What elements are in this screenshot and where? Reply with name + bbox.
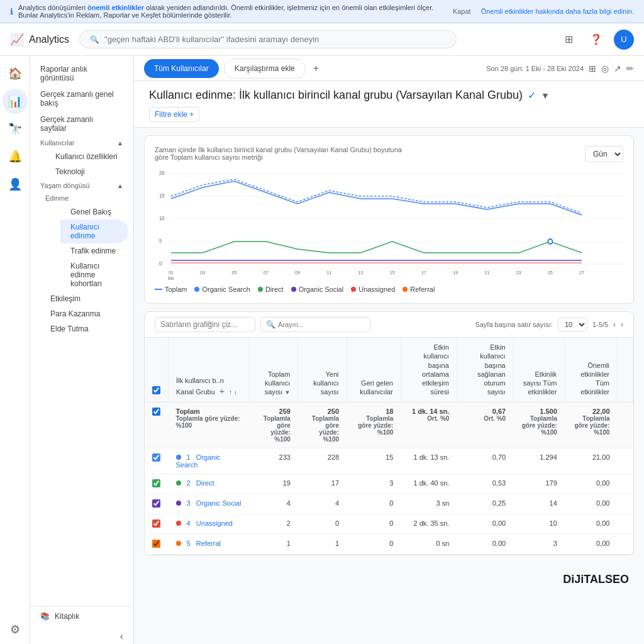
help-icon[interactable]: ❓ xyxy=(586,30,606,50)
library-footer[interactable]: 📚 Kitaplık xyxy=(30,606,133,626)
title-dropdown-icon[interactable]: ▼ xyxy=(541,91,550,101)
legend-toplam[interactable]: Toplam xyxy=(155,286,187,293)
user-avatar[interactable]: U xyxy=(614,30,634,50)
search-input[interactable] xyxy=(104,35,446,44)
sidebar-item-etkilesim[interactable]: Etkileşim xyxy=(45,291,128,306)
svg-text:07: 07 xyxy=(264,270,269,276)
th-returning-users[interactable]: Geri gelen kullanıcılar xyxy=(347,338,401,402)
total-checkbox[interactable] xyxy=(152,408,160,416)
row-link[interactable]: 4 Unassigned xyxy=(187,519,233,527)
row-checkbox-cell xyxy=(145,448,169,474)
row-col-3: 1 dk. 13 sn. xyxy=(401,448,457,474)
compare-icon[interactable]: ◎ xyxy=(601,64,609,74)
legend-referral[interactable]: Referral xyxy=(402,286,435,293)
bar-chart-icon-btn[interactable]: 📊 xyxy=(3,89,28,114)
sidebar-item-trafik-edinme[interactable]: Trafik edinme xyxy=(60,243,128,258)
next-page-icon[interactable]: › xyxy=(621,320,623,329)
sidebar-item-realtime-overview[interactable]: Gerçek zamanlı genel bakış xyxy=(30,86,128,111)
chart-svg: 20 15 10 5 0 01 Eki 03 05 xyxy=(155,167,623,280)
sidebar-item-genel-bakis[interactable]: Genel Bakış xyxy=(60,204,128,219)
sidebar-item-technology[interactable]: Teknoloji xyxy=(45,164,128,179)
table-pagination-controls: Sayfa başına satır sayısı: 10 25 50 1-5/… xyxy=(475,318,623,331)
yasam-dongusu-chevron: ▲ xyxy=(117,182,123,189)
sidebar-item-kullanici-edinme[interactable]: Kullanıcı edinme xyxy=(60,219,128,243)
total-col-4: 1 dk. 14 sn. Ort. %0 xyxy=(401,402,457,448)
edinme-group[interactable]: Edinme xyxy=(45,192,133,204)
row-col-5: 10 xyxy=(513,514,565,534)
yasam-dongusu-group[interactable]: Yaşam döngüsü ▲ xyxy=(30,179,133,192)
chart-legend: Toplam Organic Search Direct Organic Soc… xyxy=(155,286,623,293)
table-search-box[interactable]: 🔍 xyxy=(260,317,370,332)
explore-icon-btn[interactable]: 🔭 xyxy=(3,116,28,142)
total-col-3: 18 Toplamla göre yüzde: %100 xyxy=(347,402,401,448)
alerts-icon-btn[interactable]: 🔔 xyxy=(3,144,28,169)
karsilastirma-tab[interactable]: Karşılaştırma ekle xyxy=(224,58,306,79)
select-all-checkbox[interactable] xyxy=(152,386,160,394)
date-range-display: Son 28 gün: 1 Eki - 28 Eki 2024 xyxy=(486,65,584,72)
sidebar-item-user-properties[interactable]: Kullanıcı özellikleri xyxy=(45,149,128,164)
sort-asc-icon[interactable]: ↑ xyxy=(229,389,232,396)
tab-bar: Tüm Kullanıcılar Karşılaştırma ekle + So… xyxy=(134,56,644,81)
filter-add-button[interactable]: Filtre ekle + xyxy=(149,107,199,122)
th-total-users[interactable]: Toplam kullanıcı sayısı ▼ xyxy=(250,338,298,402)
notif-close-button[interactable]: Kapat xyxy=(453,8,471,15)
row-link[interactable]: 3 Organic Social xyxy=(187,499,242,507)
search-bar[interactable]: 🔍 xyxy=(79,30,457,48)
th-event-count[interactable]: Etkinlik sayısı Tüm etkinlikler xyxy=(513,338,565,402)
sidebar-item-reports-snapshot[interactable]: Raporlar anlık görüntüsü xyxy=(30,61,128,86)
total-row: Toplam Toplamla göre yüzde: %100 259 Top… xyxy=(145,402,633,448)
grid-icon[interactable]: ⊞ xyxy=(558,30,579,50)
per-page-select[interactable]: 10 25 50 xyxy=(558,318,587,331)
row-checkbox[interactable] xyxy=(152,540,160,548)
row-extra xyxy=(618,514,633,534)
sidebar-item-para-kazanma[interactable]: Para Kazanma xyxy=(45,306,128,321)
row-checkbox[interactable] xyxy=(152,479,160,487)
row-checkbox[interactable] xyxy=(152,519,160,528)
series-chart-input[interactable] xyxy=(155,317,255,332)
th-sessions-per-user[interactable]: Etkin kullanıcı başına sağlanan oturum s… xyxy=(457,338,513,402)
legend-organic-search[interactable]: Organic Search xyxy=(194,286,250,293)
row-link[interactable]: 5 Referral xyxy=(187,540,221,547)
row-label: 4 Unassigned xyxy=(169,514,250,534)
settings-icon-btn[interactable]: ⚙ xyxy=(3,617,28,642)
row-checkbox[interactable] xyxy=(152,499,160,508)
row-checkbox[interactable] xyxy=(152,453,160,462)
sort-desc-icon[interactable]: ↓ xyxy=(234,389,237,396)
info-icon: ℹ xyxy=(10,7,13,16)
svg-text:Eki: Eki xyxy=(168,275,174,280)
legend-unassigned[interactable]: Unassigned xyxy=(351,286,395,293)
svg-text:15: 15 xyxy=(390,270,395,276)
th-dimension[interactable]: İlk kullanıcı b..n Kanal Grubu + ↑ ↓ xyxy=(169,338,250,402)
prev-page-icon[interactable]: ‹ xyxy=(613,320,616,329)
sidebar-item-elde-tutma[interactable]: Elde Tutma xyxy=(45,321,128,336)
sidebar-item-realtime-pages[interactable]: Gerçek zamanlı sayfalar xyxy=(30,111,128,136)
notif-text: Analytics dönüşümleri önemli etkinlikler… xyxy=(18,4,453,19)
edit-icon[interactable]: ✏ xyxy=(626,64,634,74)
row-extra xyxy=(618,448,633,474)
legend-direct[interactable]: Direct xyxy=(258,286,284,293)
sidebar-item-edinme-kohortlari[interactable]: Kullanıcı edinme kohortları xyxy=(60,258,128,291)
row-checkbox-cell xyxy=(145,514,169,534)
share-icon[interactable]: ↗ xyxy=(614,64,621,74)
svg-text:10: 10 xyxy=(159,214,165,221)
table-search-input[interactable] xyxy=(278,321,365,328)
tab-add-button[interactable]: + xyxy=(311,63,321,74)
th-new-users[interactable]: Yeni kullanıcı sayısı xyxy=(298,338,347,402)
kullanicilar-group[interactable]: Kullanıcılar ▲ xyxy=(30,136,133,149)
row-link[interactable]: 1 Organic Search xyxy=(176,453,221,469)
legend-organic-social[interactable]: Organic Social xyxy=(291,286,344,293)
th-avg-engagement[interactable]: Etkin kullanıcı başına ortalama etkileşi… xyxy=(401,338,457,402)
chart-period-select[interactable]: Gün xyxy=(585,146,623,162)
tum-kullanicilar-tab[interactable]: Tüm Kullanıcılar xyxy=(144,59,219,78)
collapse-icon[interactable]: ‹ xyxy=(120,631,123,642)
row-col-1: 228 xyxy=(298,448,347,474)
th-key-events[interactable]: Önemli etkinlikler Tüm etkinlikler xyxy=(565,338,618,402)
row-link[interactable]: 2 Direct xyxy=(187,479,214,487)
app-header: 📈 Analytics 🔍 ⊞ ❓ U xyxy=(0,23,644,56)
table-icon[interactable]: ⊞ xyxy=(589,64,596,74)
notif-learn-more-link[interactable]: Önemli etkinlikler hakkında daha fazla b… xyxy=(481,8,634,15)
col-add-button[interactable]: + xyxy=(217,386,227,396)
admin-icon-btn[interactable]: 👤 xyxy=(3,172,28,197)
row-extra xyxy=(618,474,633,494)
home-icon-btn[interactable]: 🏠 xyxy=(3,61,28,86)
